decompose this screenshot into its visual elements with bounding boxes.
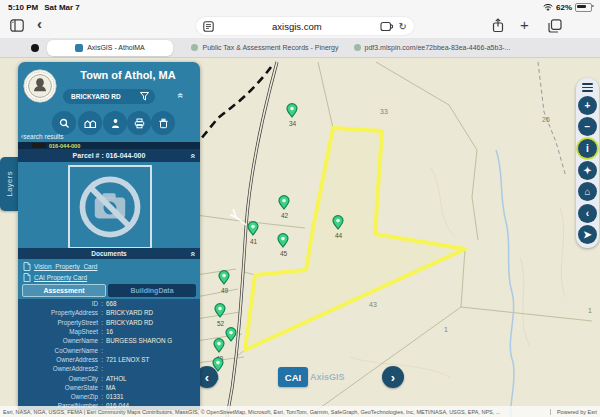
- url-text[interactable]: axisgis.com: [214, 21, 380, 32]
- safari-toolbar: ‹ axisgis.com ↻ +: [0, 14, 600, 38]
- tab-title: pdf3.mlspin.com/ee72bbea-83ea-4466-a5b3-…: [365, 44, 511, 51]
- parcel-number-label: 1: [588, 307, 592, 314]
- no-camera-icon: [72, 169, 148, 245]
- marker-label: 41: [250, 238, 258, 245]
- sidebar-toggle-icon[interactable]: [10, 19, 24, 32]
- ipad-safari-screen: 33264311 34424145444952403 ‹ › CAI AxisG…: [0, 0, 600, 417]
- back-button[interactable]: ‹: [578, 204, 597, 223]
- document-icon: [23, 262, 31, 271]
- tab-mlspin-pdf[interactable]: pdf3.mlspin.com/ee72bbea-83ea-4466-a5b3-…: [352, 38, 512, 57]
- assessment-table: ID:668PropertyAddress:BRICKYARD RDProper…: [18, 299, 200, 410]
- new-tab-icon[interactable]: +: [520, 16, 529, 33]
- reload-icon[interactable]: ↻: [399, 21, 407, 32]
- collapse-search-icon[interactable]: «: [175, 93, 186, 99]
- marker-label: 42: [281, 212, 289, 219]
- identify-button[interactable]: i: [578, 139, 597, 158]
- parcel-number-label: 1: [444, 326, 448, 333]
- tab-pinergy[interactable]: Public Tax & Assessment Records - Pinerg…: [180, 38, 350, 57]
- marker-label: 44: [335, 232, 343, 239]
- map-tools-toolbar: +−i✦⌂‹➤: [576, 78, 599, 248]
- share-icon[interactable]: [492, 18, 504, 33]
- parcel-header-bar: Parcel # : 016-044-000 «: [18, 149, 200, 162]
- default-extent-button[interactable]: ✦: [578, 161, 597, 180]
- collapse-parcel-icon[interactable]: «: [187, 153, 197, 158]
- cai-logo: CAI: [278, 367, 308, 387]
- clear-tool-button[interactable]: [151, 111, 175, 135]
- documents-header-label: Documents: [91, 250, 126, 257]
- share-location-button[interactable]: ➤: [578, 225, 597, 244]
- extensions-icon[interactable]: [380, 21, 393, 32]
- assessment-field-row: OwnerState:MA: [18, 383, 200, 392]
- tab-title: AxisGIS - AtholMA: [87, 44, 145, 51]
- menu-icon[interactable]: [582, 83, 593, 92]
- cai-watermark-text: AxisGIS: [310, 372, 345, 382]
- trash-icon: [158, 118, 169, 129]
- result-snippet: 016-044-000: [49, 143, 80, 149]
- assessment-field-row: PropertyAddress:BRICKYARD RD: [18, 308, 200, 317]
- layers-tab[interactable]: Layers: [0, 157, 18, 211]
- assessment-field-row: OwnerZip:01331: [18, 392, 200, 401]
- assessment-field-row: OwnerAddress:721 LENOX ST: [18, 355, 200, 364]
- date: Sat Mar 7: [44, 3, 80, 12]
- assessment-field-row: OwnerAddress2:: [18, 364, 200, 373]
- assessment-field-row: ID:668: [18, 299, 200, 308]
- panel-title: Town of Athol, MA: [60, 69, 196, 81]
- filter-funnel-icon[interactable]: [140, 92, 149, 101]
- parcel-header-label: Parcel # : 016-044-000: [73, 152, 146, 159]
- zoom-in-button[interactable]: +: [578, 96, 597, 115]
- marker-label: 49: [221, 287, 229, 294]
- assessment-field-row: OwnerName:BURGESS SHARON G: [18, 336, 200, 345]
- abutters-tool-button[interactable]: [78, 111, 102, 135]
- result-thumbnail: [32, 143, 46, 148]
- person-pin-icon: [110, 118, 121, 129]
- mlspin-favicon: [354, 44, 361, 51]
- back-button[interactable]: ‹: [37, 15, 42, 32]
- marker-label: 34: [289, 120, 297, 127]
- tab-buildingdata[interactable]: BuildingData: [108, 284, 196, 297]
- search-icon: [59, 118, 70, 129]
- tab-assessment[interactable]: Assessment: [22, 284, 106, 297]
- map-attribution-bar: Esri, NASA, NGA, USGS, FEMA | Esri Commu…: [0, 406, 600, 417]
- marker-label: 52: [217, 320, 225, 327]
- streetview-tool-button[interactable]: [103, 111, 127, 135]
- parcel-number-label: 26: [542, 116, 550, 123]
- map-tool-buttons: +−i✦⌂‹➤: [578, 96, 597, 245]
- cai-property-card-link[interactable]: CAI Property Card: [23, 273, 87, 282]
- powered-by-label: Powered by Esri: [550, 409, 597, 415]
- parcel-number-label: 43: [369, 301, 377, 308]
- doc-link-label: Vision_Property_Card: [34, 263, 97, 270]
- buildings-icon: [84, 118, 97, 129]
- zoom-out-button[interactable]: −: [578, 117, 597, 136]
- search-results-label[interactable]: ‹search results: [21, 133, 64, 140]
- wifi-icon: [543, 3, 553, 11]
- clock: 5:10 PM: [8, 3, 38, 12]
- search-result-row[interactable]: 016-044-000: [18, 142, 200, 149]
- vision-property-card-link[interactable]: Vision_Property_Card: [23, 262, 97, 271]
- safari-tab-bar: AxisGIS - AtholMA Public Tax & Assessmen…: [0, 38, 600, 58]
- marker-label: 45: [280, 250, 288, 257]
- battery-percent: 62%: [556, 3, 572, 12]
- no-photo-placeholder: [68, 165, 152, 249]
- battery-icon: [575, 3, 592, 12]
- extension-badge-icon[interactable]: [31, 44, 39, 52]
- reader-view-icon[interactable]: [203, 21, 214, 32]
- doc-link-label: CAI Property Card: [34, 274, 87, 281]
- tab-axisgis[interactable]: AxisGIS - AtholMA: [47, 40, 173, 56]
- parcel-info-panel: Town of Athol, MA «: [18, 62, 200, 410]
- print-tool-button[interactable]: [127, 111, 151, 135]
- document-icon: [23, 273, 31, 282]
- attribution-text: Esri, NASA, NGA, USGS, FEMA | Esri Commu…: [3, 409, 500, 415]
- address-bar[interactable]: axisgis.com ↻: [196, 17, 414, 35]
- search-tool-button[interactable]: [52, 111, 76, 135]
- tab-title: Public Tax & Assessment Records - Pinerg…: [202, 44, 338, 51]
- town-seal-logo: [23, 69, 57, 103]
- assessment-field-row: PropertyStreet:BRICKYARD RD: [18, 318, 200, 327]
- ios-status-bar: 5:10 PM Sat Mar 7 62%: [0, 0, 600, 14]
- map-next-button[interactable]: ›: [382, 366, 404, 388]
- collapse-documents-icon[interactable]: «: [187, 251, 197, 256]
- parcel-number-label: 33: [380, 108, 388, 115]
- tab-overview-icon[interactable]: [548, 19, 562, 33]
- documents-header-bar: Documents «: [18, 248, 200, 259]
- axisgis-favicon: [75, 44, 83, 52]
- home-button[interactable]: ⌂: [578, 182, 597, 201]
